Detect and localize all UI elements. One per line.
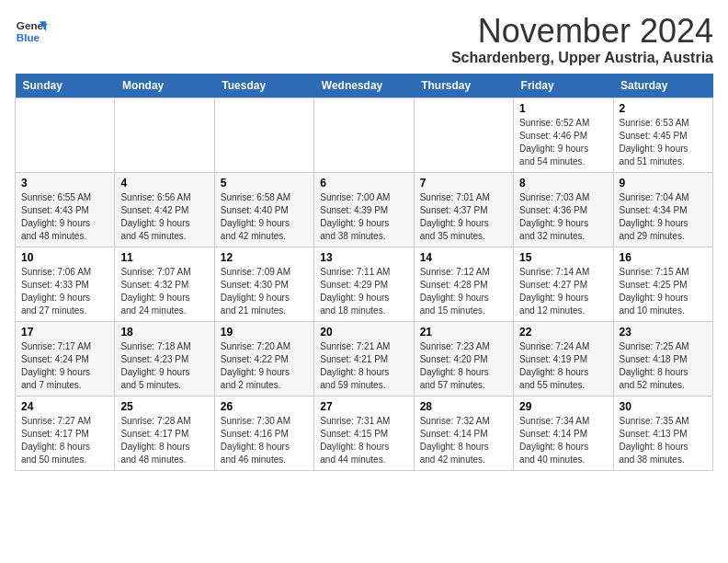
day-number: 7 [420, 177, 507, 190]
day-cell: 21Sunrise: 7:23 AM Sunset: 4:20 PM Dayli… [414, 322, 513, 396]
day-cell: 26Sunrise: 7:30 AM Sunset: 4:16 PM Dayli… [214, 396, 313, 471]
day-number: 27 [320, 400, 407, 413]
header-cell-sunday: Sunday [16, 74, 115, 98]
week-row-5: 24Sunrise: 7:27 AM Sunset: 4:17 PM Dayli… [16, 396, 713, 471]
day-number: 25 [120, 400, 208, 413]
day-number: 5 [221, 177, 308, 190]
day-cell: 11Sunrise: 7:07 AM Sunset: 4:32 PM Dayli… [115, 247, 214, 322]
day-detail: Sunrise: 7:01 AM Sunset: 4:37 PM Dayligh… [420, 191, 507, 243]
header-cell-saturday: Saturday [613, 74, 712, 98]
day-cell: 28Sunrise: 7:32 AM Sunset: 4:14 PM Dayli… [414, 396, 513, 471]
day-number: 28 [420, 400, 507, 413]
day-cell [314, 98, 414, 173]
day-detail: Sunrise: 7:27 AM Sunset: 4:17 PM Dayligh… [21, 415, 108, 466]
day-detail: Sunrise: 7:03 AM Sunset: 4:36 PM Dayligh… [519, 191, 607, 243]
day-cell: 25Sunrise: 7:28 AM Sunset: 4:17 PM Dayli… [115, 396, 214, 471]
day-number: 6 [320, 177, 407, 190]
day-cell: 7Sunrise: 7:01 AM Sunset: 4:37 PM Daylig… [414, 173, 513, 247]
week-row-1: 1Sunrise: 6:52 AM Sunset: 4:46 PM Daylig… [16, 98, 713, 173]
day-number: 8 [519, 177, 607, 190]
day-detail: Sunrise: 7:00 AM Sunset: 4:39 PM Dayligh… [320, 191, 407, 243]
day-number: 17 [21, 326, 108, 339]
calendar-table: SundayMondayTuesdayWednesdayThursdayFrid… [15, 74, 713, 471]
header-row: SundayMondayTuesdayWednesdayThursdayFrid… [16, 74, 713, 98]
day-cell: 3Sunrise: 6:55 AM Sunset: 4:43 PM Daylig… [16, 173, 115, 247]
day-cell: 22Sunrise: 7:24 AM Sunset: 4:19 PM Dayli… [514, 322, 613, 396]
day-number: 15 [519, 251, 607, 264]
day-detail: Sunrise: 7:35 AM Sunset: 4:13 PM Dayligh… [620, 415, 707, 466]
title-area: November 2024 Schardenberg, Upper Austri… [451, 15, 713, 66]
day-number: 24 [21, 400, 108, 413]
day-detail: Sunrise: 7:07 AM Sunset: 4:32 PM Dayligh… [120, 266, 208, 317]
day-cell: 20Sunrise: 7:21 AM Sunset: 4:21 PM Dayli… [314, 322, 414, 396]
day-cell: 9Sunrise: 7:04 AM Sunset: 4:34 PM Daylig… [613, 173, 712, 247]
day-cell: 5Sunrise: 6:58 AM Sunset: 4:40 PM Daylig… [214, 173, 313, 247]
day-number: 16 [620, 251, 707, 264]
day-cell: 30Sunrise: 7:35 AM Sunset: 4:13 PM Dayli… [613, 396, 712, 471]
header-cell-thursday: Thursday [414, 74, 513, 98]
day-cell [214, 98, 313, 173]
day-cell: 27Sunrise: 7:31 AM Sunset: 4:15 PM Dayli… [314, 396, 414, 471]
day-number: 19 [221, 326, 308, 339]
day-cell: 6Sunrise: 7:00 AM Sunset: 4:39 PM Daylig… [314, 173, 414, 247]
day-detail: Sunrise: 7:31 AM Sunset: 4:15 PM Dayligh… [320, 415, 407, 466]
day-cell: 4Sunrise: 6:56 AM Sunset: 4:42 PM Daylig… [115, 173, 214, 247]
day-detail: Sunrise: 7:21 AM Sunset: 4:21 PM Dayligh… [320, 340, 407, 392]
day-number: 20 [320, 326, 407, 339]
day-cell: 24Sunrise: 7:27 AM Sunset: 4:17 PM Dayli… [16, 396, 115, 471]
day-detail: Sunrise: 7:17 AM Sunset: 4:24 PM Dayligh… [21, 340, 108, 392]
day-detail: Sunrise: 7:04 AM Sunset: 4:34 PM Dayligh… [620, 191, 707, 243]
day-cell: 16Sunrise: 7:15 AM Sunset: 4:25 PM Dayli… [613, 247, 712, 322]
day-number: 3 [21, 177, 108, 190]
day-cell: 2Sunrise: 6:53 AM Sunset: 4:45 PM Daylig… [613, 98, 712, 173]
day-cell [414, 98, 513, 173]
day-detail: Sunrise: 7:24 AM Sunset: 4:19 PM Dayligh… [519, 340, 607, 392]
day-cell [16, 98, 115, 173]
day-detail: Sunrise: 7:28 AM Sunset: 4:17 PM Dayligh… [120, 415, 208, 466]
day-number: 13 [320, 251, 407, 264]
day-cell: 15Sunrise: 7:14 AM Sunset: 4:27 PM Dayli… [514, 247, 613, 322]
day-number: 9 [620, 177, 707, 190]
week-row-3: 10Sunrise: 7:06 AM Sunset: 4:33 PM Dayli… [16, 247, 713, 322]
day-detail: Sunrise: 6:58 AM Sunset: 4:40 PM Dayligh… [221, 191, 308, 243]
day-number: 30 [620, 400, 707, 413]
calendar-header: SundayMondayTuesdayWednesdayThursdayFrid… [16, 74, 713, 98]
day-cell: 1Sunrise: 6:52 AM Sunset: 4:46 PM Daylig… [514, 98, 613, 173]
day-cell: 13Sunrise: 7:11 AM Sunset: 4:29 PM Dayli… [314, 247, 414, 322]
day-number: 10 [21, 251, 108, 264]
header-cell-tuesday: Tuesday [214, 74, 313, 98]
day-detail: Sunrise: 7:25 AM Sunset: 4:18 PM Dayligh… [620, 340, 707, 392]
day-detail: Sunrise: 7:32 AM Sunset: 4:14 PM Dayligh… [420, 415, 507, 466]
month-title: November 2024 [451, 15, 713, 48]
header: General Blue November 2024 Schardenberg,… [15, 15, 713, 66]
day-number: 14 [420, 251, 507, 264]
day-detail: Sunrise: 7:30 AM Sunset: 4:16 PM Dayligh… [221, 415, 308, 466]
day-cell: 10Sunrise: 7:06 AM Sunset: 4:33 PM Dayli… [16, 247, 115, 322]
header-cell-friday: Friday [514, 74, 613, 98]
header-cell-monday: Monday [115, 74, 214, 98]
calendar-body: 1Sunrise: 6:52 AM Sunset: 4:46 PM Daylig… [16, 98, 713, 471]
header-cell-wednesday: Wednesday [314, 74, 414, 98]
day-number: 1 [519, 102, 607, 115]
day-number: 22 [519, 326, 607, 339]
day-detail: Sunrise: 6:52 AM Sunset: 4:46 PM Dayligh… [519, 117, 607, 168]
day-number: 11 [120, 251, 208, 264]
logo: General Blue [15, 15, 48, 48]
day-number: 18 [120, 326, 208, 339]
day-number: 2 [620, 102, 707, 115]
day-number: 4 [120, 177, 208, 190]
day-cell: 17Sunrise: 7:17 AM Sunset: 4:24 PM Dayli… [16, 322, 115, 396]
day-detail: Sunrise: 7:18 AM Sunset: 4:23 PM Dayligh… [120, 340, 208, 392]
day-detail: Sunrise: 7:20 AM Sunset: 4:22 PM Dayligh… [221, 340, 308, 392]
week-row-4: 17Sunrise: 7:17 AM Sunset: 4:24 PM Dayli… [16, 322, 713, 396]
day-detail: Sunrise: 6:56 AM Sunset: 4:42 PM Dayligh… [120, 191, 208, 243]
day-detail: Sunrise: 6:53 AM Sunset: 4:45 PM Dayligh… [620, 117, 707, 168]
svg-text:Blue: Blue [17, 31, 40, 43]
day-cell: 8Sunrise: 7:03 AM Sunset: 4:36 PM Daylig… [514, 173, 613, 247]
day-detail: Sunrise: 7:15 AM Sunset: 4:25 PM Dayligh… [620, 266, 707, 317]
day-detail: Sunrise: 7:34 AM Sunset: 4:14 PM Dayligh… [519, 415, 607, 466]
day-cell [115, 98, 214, 173]
day-detail: Sunrise: 7:09 AM Sunset: 4:30 PM Dayligh… [221, 266, 308, 317]
day-detail: Sunrise: 7:12 AM Sunset: 4:28 PM Dayligh… [420, 266, 507, 317]
day-number: 26 [221, 400, 308, 413]
